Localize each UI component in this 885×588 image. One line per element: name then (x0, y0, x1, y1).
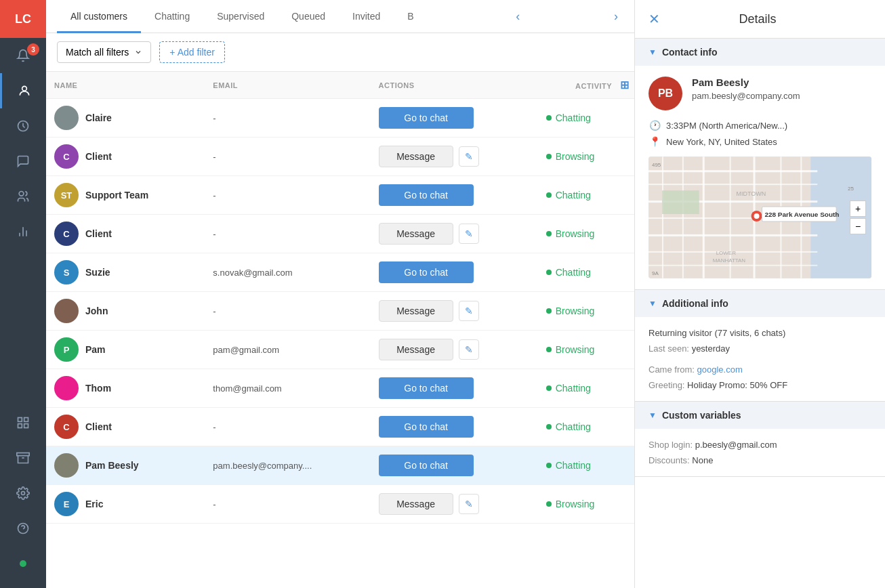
go-to-chat-button[interactable]: Go to chat (379, 107, 474, 129)
customers-table: NAME EMAIL ACTIONS ACTIVITY ⊞ Claire-Go … (46, 72, 634, 524)
message-button[interactable]: Message (379, 223, 453, 245)
tab-all-customers[interactable]: All customers (57, 0, 141, 33)
svg-rect-8 (18, 424, 22, 428)
edit-icon-button[interactable]: ✎ (459, 146, 479, 167)
greeting-label: Greeting: (649, 380, 684, 390)
contact-info-header[interactable]: ▼ Contact info (635, 39, 885, 66)
go-to-chat-button[interactable]: Go to chat (379, 416, 474, 438)
came-from-link[interactable]: google.com (697, 364, 743, 375)
status-dot (546, 154, 552, 159)
message-button[interactable]: Message (379, 146, 453, 167)
go-to-chat-button[interactable]: Go to chat (379, 377, 474, 399)
sidebar-item-history[interactable] (0, 108, 46, 144)
sidebar-item-help[interactable] (0, 511, 46, 546)
contact-time-row: 🕐 3:33PM (North America/New...) (649, 120, 871, 131)
sidebar-item-apps[interactable] (0, 405, 46, 440)
contact-info-chevron: ▼ (649, 47, 657, 57)
tab-chatting[interactable]: Chatting (141, 0, 203, 33)
map-zoom-out[interactable]: − (850, 218, 866, 234)
edit-icon-button[interactable]: ✎ (459, 301, 479, 321)
customer-name: Claire (85, 112, 112, 123)
status-text: Browsing (556, 499, 595, 509)
customer-avatar (54, 299, 79, 323)
table-row[interactable]: CClient-Message✎Browsing (46, 138, 634, 176)
customer-action-cell: Message✎ (371, 331, 538, 369)
message-button[interactable]: Message (379, 493, 453, 515)
sidebar-item-team[interactable] (0, 179, 46, 214)
logo-text: LC (15, 12, 31, 26)
panel-close-button[interactable]: ✕ (649, 11, 660, 27)
svg-rect-7 (24, 418, 28, 422)
tab-supervised[interactable]: Supervised (203, 0, 278, 33)
table-row[interactable]: CClient-Go to chatChatting (46, 408, 634, 446)
tab-invited[interactable]: Invited (339, 0, 394, 33)
tabs-next-button[interactable]: › (609, 7, 623, 26)
svg-rect-26 (682, 156, 684, 278)
customer-name-cell: STSupport Team (46, 176, 205, 215)
greeting-value: Holiday Promo: 50% OFF (687, 380, 787, 390)
customer-email: - (205, 408, 370, 446)
status-text: Browsing (556, 344, 595, 355)
map-zoom-in[interactable]: + (850, 201, 866, 217)
edit-icon-button[interactable]: ✎ (459, 339, 479, 360)
customer-name: Thom (85, 383, 111, 394)
add-filter-button[interactable]: + Add filter (159, 41, 225, 63)
col-email: EMAIL (205, 72, 370, 99)
last-seen-value: yesterday (692, 343, 730, 354)
sidebar-item-reports[interactable] (0, 214, 46, 249)
sidebar-item-archive[interactable] (0, 440, 46, 476)
edit-icon-button[interactable]: ✎ (459, 494, 479, 514)
custom-variables-header[interactable]: ▼ Custom variables (635, 402, 885, 429)
table-row[interactable]: Claire-Go to chatChatting (46, 99, 634, 138)
map-container: 495 25 MIDTOWN 9A LOWER MANHATTAN 228 Pa… (649, 156, 871, 278)
customer-name-cell: John (46, 292, 205, 331)
go-to-chat-button[interactable]: Go to chat (379, 261, 474, 283)
table-row[interactable]: Thomthom@gmail.comGo to chatChatting (46, 369, 634, 408)
sidebar-item-chats[interactable] (0, 144, 46, 179)
svg-point-0 (22, 86, 26, 91)
table-row[interactable]: Pam Beeslypam.beesly@company....Go to ch… (46, 446, 634, 485)
svg-rect-25 (662, 156, 663, 278)
filter-dropdown[interactable]: Match all filters (57, 41, 151, 63)
customer-email: - (205, 138, 370, 176)
customer-action-cell: Go to chat (371, 253, 538, 292)
table-row[interactable]: SSuzies.novak@gmail.comGo to chatChattin… (46, 253, 634, 292)
table-row[interactable]: PPampam@gmail.comMessage✎Browsing (46, 331, 634, 369)
svg-rect-9 (24, 424, 28, 428)
svg-point-40 (754, 213, 760, 219)
customer-avatar: C (54, 415, 79, 439)
go-to-chat-button[interactable]: Go to chat (379, 455, 474, 476)
custom-variables-section: ▼ Custom variables Shop login: p.beesly@… (635, 402, 885, 477)
customer-action-cell: Go to chat (371, 99, 538, 138)
customer-name-cell: Thom (46, 369, 205, 408)
main-content: All customers Chatting Supervised Queued… (46, 0, 634, 588)
table-row[interactable]: CClient-Message✎Browsing (46, 215, 634, 253)
status-text: Chatting (556, 460, 591, 471)
edit-icon-button[interactable]: ✎ (459, 224, 479, 244)
filter-bar: Match all filters + Add filter (46, 33, 634, 72)
status-dot (546, 424, 552, 429)
tabs-prev-button[interactable]: ‹ (510, 7, 525, 26)
table-row[interactable]: John-Message✎Browsing (46, 292, 634, 331)
customer-name: Client (85, 151, 112, 162)
message-button[interactable]: Message (379, 300, 453, 322)
sidebar-item-settings[interactable] (0, 476, 46, 511)
go-to-chat-button[interactable]: Go to chat (379, 184, 474, 206)
contact-info-body: PB Pam Beesly pam.beesly@company.com 🕐 3… (635, 66, 885, 289)
customer-email: pam.beesly@company.... (205, 446, 370, 485)
message-button[interactable]: Message (379, 339, 453, 360)
contact-avatar: PB (649, 77, 682, 110)
sidebar-logo[interactable]: LC (0, 0, 46, 38)
tab-b[interactable]: B (394, 0, 427, 33)
add-column-icon[interactable]: ⊞ (620, 79, 630, 91)
tab-queued[interactable]: Queued (278, 0, 339, 33)
status-dot (546, 501, 552, 507)
additional-info-header[interactable]: ▼ Additional info (635, 290, 885, 317)
custom-variables-chevron: ▼ (649, 411, 657, 420)
status-text: Chatting (556, 112, 591, 123)
sidebar-item-status[interactable] (0, 546, 46, 581)
sidebar-item-customers[interactable] (0, 73, 46, 108)
sidebar-item-notification[interactable]: 3 (0, 38, 46, 73)
table-row[interactable]: EEric-Message✎Browsing (46, 485, 634, 524)
table-row[interactable]: STSupport Team-Go to chatChatting (46, 176, 634, 215)
